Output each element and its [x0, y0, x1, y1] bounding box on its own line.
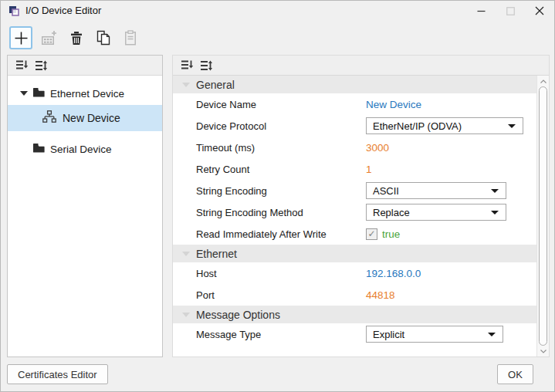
- section-title: Message Options: [196, 309, 280, 321]
- message-type-dropdown[interactable]: Explicit: [366, 326, 503, 343]
- property-row-device-protocol: Device Protocol EtherNet/IP (ODVA): [173, 115, 536, 137]
- copy-icon: [96, 30, 110, 46]
- close-icon: [535, 6, 544, 15]
- main-toolbar: [9, 26, 147, 49]
- property-label: Device Name: [196, 99, 366, 110]
- section-title: Ethernet: [196, 248, 237, 260]
- section-title: General: [196, 79, 235, 91]
- property-row-timeout: Timeout (ms) 3000: [173, 137, 536, 158]
- scroll-down-icon[interactable]: [537, 346, 549, 357]
- add-device-group-icon: [41, 30, 58, 46]
- string-encoding-method-dropdown[interactable]: Replace: [366, 204, 506, 221]
- add-device-group-button: [39, 28, 59, 48]
- tree-item-label: Ethernet Device: [50, 88, 124, 100]
- device-name-value[interactable]: New Device: [366, 99, 421, 110]
- host-value[interactable]: 192.168.0.0: [366, 268, 421, 279]
- io-device-editor-dialog: I/O Device Editor: [0, 0, 555, 392]
- property-row-port: Port 44818: [173, 284, 536, 306]
- close-button[interactable]: [526, 1, 553, 21]
- read-immediately-checkbox[interactable]: ✓: [366, 228, 377, 240]
- scrollbar-thumb[interactable]: [539, 86, 547, 346]
- retry-count-value[interactable]: 1: [366, 164, 372, 175]
- section-expander-icon[interactable]: [182, 83, 190, 87]
- chevron-down-icon: [491, 189, 499, 193]
- section-header-ethernet[interactable]: Ethernet: [173, 245, 536, 262]
- property-row-host: Host 192.168.0.0: [173, 262, 536, 284]
- tree-item-label: Serial Device: [50, 144, 112, 155]
- add-device-button[interactable]: [9, 26, 32, 49]
- copy-device-button[interactable]: [93, 28, 113, 48]
- collapse-all-icon: [15, 59, 29, 71]
- section-header-general[interactable]: General: [173, 76, 536, 93]
- device-protocol-dropdown[interactable]: EtherNet/IP (ODVA): [366, 117, 523, 134]
- property-row-message-type: Message Type Explicit: [173, 323, 536, 345]
- property-label: Read Immediately After Write: [196, 228, 366, 240]
- certificates-editor-button[interactable]: Certificates Editor: [7, 364, 108, 384]
- property-label: Host: [196, 268, 366, 279]
- maximize-icon: [506, 7, 515, 15]
- vertical-scrollbar[interactable]: [536, 76, 549, 357]
- paste-clipboard-icon: [124, 30, 137, 46]
- folder-icon: [32, 143, 45, 155]
- property-row-retry-count: Retry Count 1: [173, 158, 536, 180]
- property-label: Timeout (ms): [196, 142, 366, 154]
- expander-down-icon[interactable]: [20, 91, 28, 96]
- property-panel-toolbar: [173, 56, 549, 76]
- ok-button[interactable]: OK: [497, 364, 533, 384]
- expand-all-icon: [35, 59, 48, 72]
- paste-device-button: [120, 28, 140, 48]
- section-expander-icon[interactable]: [182, 252, 190, 256]
- property-label: Port: [196, 289, 366, 301]
- property-label: Message Type: [196, 329, 366, 340]
- tree-item-label: New Device: [63, 112, 120, 124]
- minimize-icon: [477, 7, 486, 15]
- maximize-button: [497, 1, 523, 21]
- device-tree-panel: Ethernet Device New Device: [7, 55, 163, 357]
- chevron-down-icon: [488, 333, 496, 336]
- property-label: Device Protocol: [196, 120, 366, 132]
- network-device-icon: [42, 110, 56, 126]
- tree-collapse-all-button[interactable]: [13, 58, 30, 73]
- chevron-down-icon: [491, 211, 499, 215]
- chevron-down-icon: [508, 124, 516, 128]
- property-grid: General Device Name New Device Device Pr…: [173, 76, 536, 357]
- dropdown-value: Explicit: [373, 329, 404, 340]
- section-expander-icon[interactable]: [182, 313, 190, 317]
- checkbox-value-label: true: [382, 228, 400, 240]
- property-label: String Encoding: [196, 185, 366, 197]
- property-row-device-name: Device Name New Device: [173, 93, 536, 115]
- section-header-message-options[interactable]: Message Options: [173, 306, 536, 323]
- tree-expand-all-button[interactable]: [32, 58, 49, 73]
- tree-item-serial-device[interactable]: Serial Device: [8, 137, 162, 161]
- string-encoding-dropdown[interactable]: ASCII: [366, 182, 506, 199]
- property-row-read-immediately: Read Immediately After Write ✓ true: [173, 223, 536, 245]
- add-plus-icon: [14, 31, 29, 46]
- properties-collapse-all-button[interactable]: [178, 58, 195, 73]
- device-tree: Ethernet Device New Device: [8, 76, 162, 161]
- window-title: I/O Device Editor: [25, 5, 101, 16]
- app-logo-icon: [8, 5, 19, 16]
- properties-expand-all-button[interactable]: [198, 58, 215, 73]
- timeout-value[interactable]: 3000: [366, 142, 389, 154]
- property-label: String Encoding Method: [196, 207, 366, 218]
- port-value[interactable]: 44818: [366, 289, 395, 301]
- dropdown-value: EtherNet/IP (ODVA): [373, 120, 462, 132]
- tree-panel-toolbar: [8, 56, 162, 76]
- dropdown-value: Replace: [373, 207, 410, 218]
- property-row-string-encoding-method: String Encoding Method Replace: [173, 201, 536, 223]
- delete-device-button[interactable]: [66, 28, 86, 48]
- property-panel: General Device Name New Device Device Pr…: [172, 55, 550, 357]
- collapse-all-icon: [181, 59, 194, 71]
- minimize-button[interactable]: [468, 1, 494, 21]
- tree-item-ethernet-device[interactable]: Ethernet Device: [8, 82, 162, 105]
- property-row-string-encoding: String Encoding ASCII: [173, 180, 536, 201]
- dropdown-value: ASCII: [373, 185, 399, 197]
- scroll-up-icon[interactable]: [537, 76, 549, 86]
- expand-all-icon: [200, 59, 213, 72]
- tree-item-new-device[interactable]: New Device: [8, 105, 162, 131]
- delete-trash-icon: [70, 31, 83, 46]
- titlebar: I/O Device Editor: [1, 1, 554, 21]
- folder-icon: [32, 87, 45, 100]
- property-label: Retry Count: [196, 164, 366, 175]
